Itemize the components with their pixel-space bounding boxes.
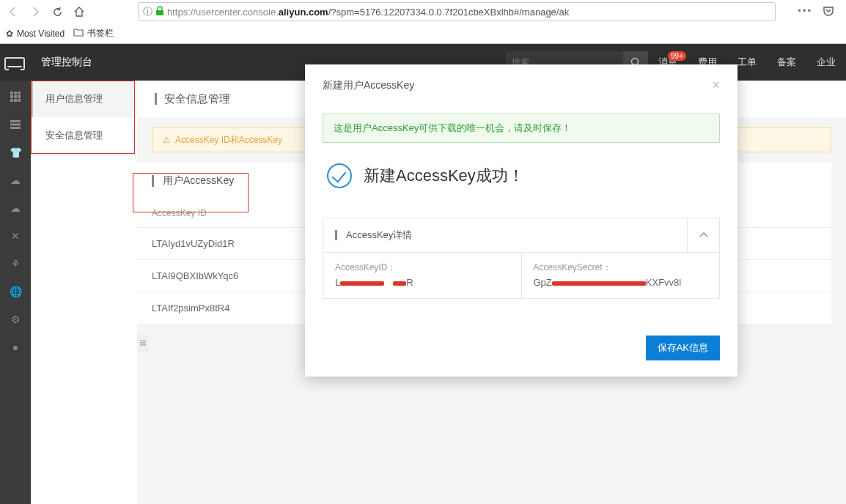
- details-title: AccessKey详情: [346, 229, 412, 242]
- download-warning-alert: 这是用户AccessKey可供下载的唯一机会，请及时保存！: [323, 114, 720, 143]
- svg-rect-14: [10, 127, 21, 129]
- svg-rect-13: [10, 124, 21, 126]
- url-bar[interactable]: ⓘ https://usercenter.console.aliyun.com/…: [138, 2, 776, 21]
- new-accesskey-modal: 新建用户AccessKey × 这是用户AccessKey可供下载的唯一机会，请…: [305, 64, 738, 377]
- accesskey-id-label: AccessKeyID：: [335, 262, 510, 274]
- svg-rect-0: [156, 10, 163, 15]
- id-suffix: R: [406, 277, 413, 288]
- accesskey-secret-value: GpZKXFvv8l: [534, 277, 708, 288]
- svg-rect-4: [14, 92, 17, 94]
- modal-title: 新建用户AccessKey: [323, 79, 414, 92]
- rail-server-icon[interactable]: [10, 119, 21, 130]
- redaction-mark: [552, 281, 646, 286]
- svg-rect-5: [18, 92, 21, 94]
- url-prefix: https://usercenter.console.: [167, 7, 279, 18]
- nav-beian[interactable]: 备案: [767, 56, 806, 69]
- bookmarks-folder-label: 书签栏: [87, 27, 114, 40]
- folder-icon: [73, 28, 84, 39]
- most-visited-label: Most Visited: [17, 29, 65, 39]
- page-title: 安全信息管理: [164, 92, 230, 106]
- close-icon[interactable]: ×: [712, 78, 720, 93]
- chevron-up-icon[interactable]: [687, 218, 719, 252]
- success-text: 新建AccessKey成功！: [364, 165, 524, 187]
- check-circle-icon: [327, 163, 352, 188]
- rail-grid-icon[interactable]: [10, 91, 21, 103]
- warning-text: AccessKey ID和AccessKey: [175, 134, 282, 147]
- rail-globe-icon[interactable]: 🌐: [10, 286, 21, 297]
- secret-prefix: GpZ: [534, 277, 552, 288]
- aliyun-logo[interactable]: [0, 44, 29, 81]
- most-visited-link[interactable]: ✿Most Visited: [6, 29, 65, 39]
- sidebar-item-label: 用户信息管理: [45, 92, 103, 105]
- bar-accent: [335, 230, 337, 240]
- title-bar-accent: [155, 93, 157, 105]
- pocket-icon[interactable]: [823, 5, 834, 19]
- nav-enterprise[interactable]: 企业: [806, 56, 846, 69]
- browser-nav-bar: ⓘ https://usercenter.console.aliyun.com/…: [0, 0, 846, 23]
- id-prefix: L: [335, 277, 340, 288]
- rail-dot-icon[interactable]: ●: [10, 341, 21, 353]
- icon-rail: 👕 ☁ ☁ ✕ ⚘ 🌐 ⚙ ●: [0, 81, 31, 504]
- svg-rect-6: [10, 95, 13, 98]
- rail-shirt-icon[interactable]: 👕: [10, 147, 21, 158]
- rail-cloud-icon[interactable]: ☁: [10, 174, 21, 186]
- secret-suffix: KXFvv8l: [646, 277, 681, 288]
- title-accent: [152, 175, 154, 187]
- bookmarks-folder[interactable]: 书签栏: [73, 27, 114, 40]
- accesskey-details-body: AccessKeyID： LR AccessKeySecret： GpZKXFv…: [323, 253, 720, 299]
- collapse-sidebar-handle[interactable]: [137, 334, 149, 352]
- accesskey-details-header[interactable]: AccessKey详情: [323, 218, 720, 253]
- accesskey-secret-label: AccessKeySecret：: [534, 262, 708, 274]
- redaction-mark: [393, 281, 406, 286]
- svg-rect-9: [10, 99, 13, 102]
- back-button[interactable]: [6, 4, 21, 19]
- rail-cloud2-icon[interactable]: ☁: [10, 202, 21, 214]
- bookmark-bar: ✿Most Visited 书签栏: [0, 23, 846, 44]
- gear-icon: ✿: [6, 29, 13, 39]
- redaction-mark: [340, 281, 384, 286]
- reload-button[interactable]: [50, 4, 65, 19]
- message-badge: 99+: [668, 51, 686, 61]
- left-nav: 用户信息管理 安全信息管理: [31, 81, 137, 504]
- url-domain: aliyun.com: [279, 7, 328, 18]
- home-button[interactable]: [72, 4, 87, 19]
- svg-rect-8: [18, 95, 21, 98]
- svg-rect-11: [18, 99, 21, 102]
- success-row: 新建AccessKey成功！: [323, 163, 720, 188]
- lock-icon: [155, 6, 164, 18]
- accesskey-id-value: LR: [335, 277, 510, 288]
- info-icon[interactable]: ⓘ: [143, 5, 152, 18]
- console-title: 管理控制台: [41, 56, 92, 69]
- rail-bug-icon[interactable]: ⚙: [10, 314, 21, 325]
- rail-share-icon[interactable]: ⚘: [10, 258, 21, 270]
- save-ak-button[interactable]: 保存AK信息: [646, 336, 720, 360]
- svg-rect-3: [10, 92, 13, 94]
- forward-button[interactable]: [28, 4, 43, 19]
- sidebar-item-security-info[interactable]: 安全信息管理: [31, 117, 137, 154]
- sidebar-item-label: 安全信息管理: [45, 129, 103, 142]
- svg-rect-7: [14, 95, 17, 98]
- url-path: /?spm=5176.12207334.0.0.7f201cbeXBxlhb#/…: [328, 7, 570, 18]
- warning-icon: ⚠: [163, 135, 171, 145]
- svg-rect-12: [10, 120, 21, 122]
- page-actions-icon[interactable]: •••: [798, 5, 812, 19]
- accesskey-tab-title: 用户AccessKey: [163, 174, 234, 188]
- sidebar-item-user-info[interactable]: 用户信息管理: [31, 81, 137, 117]
- rail-shuffle-icon[interactable]: ✕: [10, 230, 21, 242]
- svg-rect-10: [14, 99, 17, 102]
